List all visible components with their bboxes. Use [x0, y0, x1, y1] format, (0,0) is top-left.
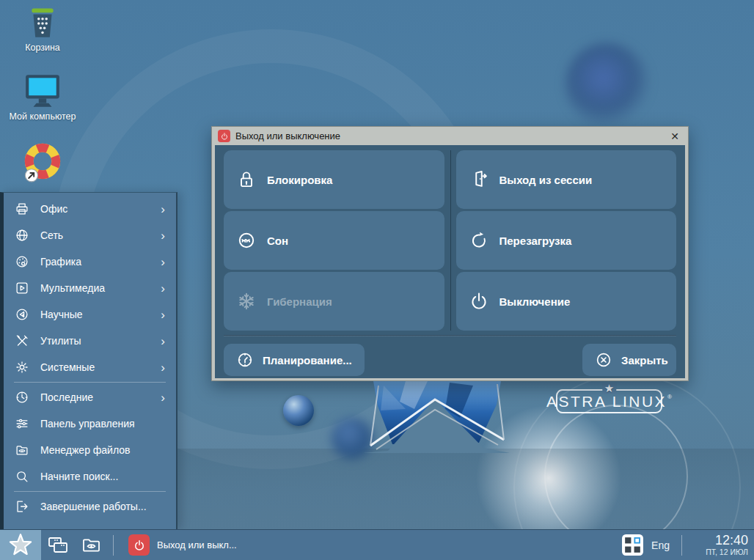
palette-icon: [13, 253, 31, 270]
action-label: Блокировка: [267, 174, 332, 186]
action-label: Закрыть: [621, 354, 668, 366]
menu-item-label: Последние: [40, 391, 151, 403]
close-circle-icon: [594, 350, 613, 369]
action-label: Планирование...: [263, 354, 352, 366]
astra-linux-logo: ★ ASTRA LINUX ®: [556, 389, 662, 413]
menu-item-office[interactable]: Офис ›: [4, 196, 176, 222]
menu-item-label: Офис: [40, 203, 151, 215]
sliders-icon: [13, 415, 31, 432]
lock-button[interactable]: Блокировка: [224, 150, 444, 209]
menu-item-system[interactable]: Системные ›: [4, 354, 176, 380]
desktop-icon-my-computer[interactable]: Мой компьютер: [9, 73, 76, 123]
menu-item-science[interactable]: Научные ›: [4, 301, 176, 328]
power-icon: [218, 130, 230, 142]
clock-time: 12:40: [695, 534, 748, 548]
chevron-right-icon: ›: [161, 203, 165, 215]
menu-item-label: Панель управления: [40, 418, 176, 430]
system-tray: Eng 12:40 ПТ, 12 ИЮЛ: [621, 534, 754, 556]
background-glow-ring: [544, 405, 688, 548]
power-icon: [468, 290, 490, 312]
menu-item-label: Начните поиск...: [40, 471, 176, 482]
menu-item-search[interactable]: Начните поиск...: [4, 463, 176, 490]
desktop-icon-help-shortcut[interactable]: [21, 141, 65, 183]
menu-item-multimedia[interactable]: Мультимедиа ›: [4, 275, 176, 301]
menu-item-file-manager[interactable]: Менеджер файлов: [4, 437, 176, 463]
restart-icon: [468, 229, 490, 251]
taskbar-divider: [113, 535, 114, 556]
folder-eye-icon: [81, 534, 103, 556]
menu-divider: [14, 491, 166, 492]
star-icon: [8, 533, 33, 558]
chevron-right-icon: ›: [161, 229, 165, 242]
footer-separator: [224, 335, 676, 336]
dialog-titlebar[interactable]: Выход или выключение ✕: [212, 127, 688, 145]
menu-item-utilities[interactable]: Утилиты ›: [4, 328, 176, 354]
play-video-icon: [13, 279, 31, 297]
schedule-clock-icon: [235, 350, 255, 369]
chevron-right-icon: ›: [161, 391, 165, 404]
menu-item-label: Системные: [40, 361, 151, 373]
menu-divider: [14, 382, 166, 383]
desktop-icon-trash[interactable]: Корзина: [9, 7, 76, 54]
menu-item-label: Утилиты: [40, 335, 151, 347]
logout-button[interactable]: Выход из сессии: [456, 150, 677, 209]
logout-dialog-window: Выход или выключение ✕ Блокировка: [211, 126, 689, 381]
astra-crystal-graphic: [363, 380, 510, 453]
shutdown-button[interactable]: Выключение: [456, 272, 677, 331]
menu-item-label: Графика: [40, 256, 151, 268]
menu-item-label: Мультимедиа: [40, 282, 151, 294]
dialog-content: Блокировка Выход из сессии Сон: [215, 145, 685, 378]
sleep-icon: [235, 229, 257, 251]
menu-item-control-panel[interactable]: Панель управления: [4, 410, 176, 437]
taskbar-task-logout-dialog[interactable]: Выход или выкл...: [118, 530, 247, 560]
dialog-action-grid: Блокировка Выход из сессии Сон: [224, 150, 676, 331]
keyboard-layout-icon[interactable]: [621, 534, 644, 556]
tools-icon: [13, 332, 31, 350]
trash-icon: [26, 7, 59, 40]
hibernate-button: Гибернация: [224, 272, 444, 331]
close-icon[interactable]: ✕: [667, 130, 682, 142]
taskbar-clock[interactable]: 12:40 ПТ, 12 ИЮЛ: [695, 534, 748, 556]
restart-button[interactable]: Перезагрузка: [456, 211, 677, 270]
planning-button[interactable]: Планирование...: [224, 344, 365, 376]
dialog-title: Выход или выключение: [235, 130, 662, 141]
background-blurred-sphere-bottom: [332, 418, 373, 459]
taskbar: Выход или выкл... Eng 12:40 ПТ, 12 ИЮЛ: [0, 529, 754, 560]
show-windows-button[interactable]: [41, 530, 75, 560]
taskbar-divider: [681, 535, 682, 556]
menu-item-label: Менеджер файлов: [40, 444, 176, 456]
desktop: ★ ASTRA LINUX ® Корзина Мой компьютер: [0, 0, 754, 560]
task-label: Выход или выкл...: [157, 539, 237, 550]
globe-icon: [13, 226, 31, 244]
background-blurred-sphere: [565, 43, 650, 128]
sleep-button[interactable]: Сон: [224, 211, 444, 270]
keyboard-layout-label[interactable]: Eng: [651, 539, 670, 551]
action-label: Выключение: [499, 295, 571, 308]
menu-item-shutdown[interactable]: Завершение работы...: [4, 493, 176, 520]
start-menu-button[interactable]: [0, 530, 41, 560]
lock-icon: [235, 169, 257, 191]
exit-icon: [13, 498, 31, 515]
chevron-right-icon: ›: [161, 335, 165, 347]
close-dialog-button[interactable]: Закрыть: [582, 344, 676, 376]
menu-item-graphics[interactable]: Графика ›: [4, 248, 176, 275]
computer-icon: [23, 73, 62, 108]
chevron-right-icon: ›: [161, 282, 165, 295]
gear-icon: [13, 358, 31, 376]
menu-item-recent[interactable]: Последние ›: [4, 384, 176, 410]
registered-mark: ®: [667, 394, 672, 400]
chevron-right-icon: ›: [161, 361, 165, 374]
desktop-icon-label: Корзина: [25, 43, 60, 54]
menu-item-label: Научные: [40, 309, 151, 320]
search-icon: [13, 468, 31, 485]
file-manager-button[interactable]: [75, 530, 109, 560]
action-label: Перезагрузка: [499, 235, 572, 247]
background-glossy-sphere: [283, 395, 314, 426]
science-icon: [13, 306, 31, 323]
menu-item-network[interactable]: Сеть ›: [4, 222, 176, 248]
snowflake-icon: [235, 290, 257, 312]
menu-item-label: Сеть: [40, 229, 151, 241]
column-divider: [450, 150, 451, 331]
printer-icon: [13, 200, 31, 218]
chevron-right-icon: ›: [161, 309, 165, 321]
